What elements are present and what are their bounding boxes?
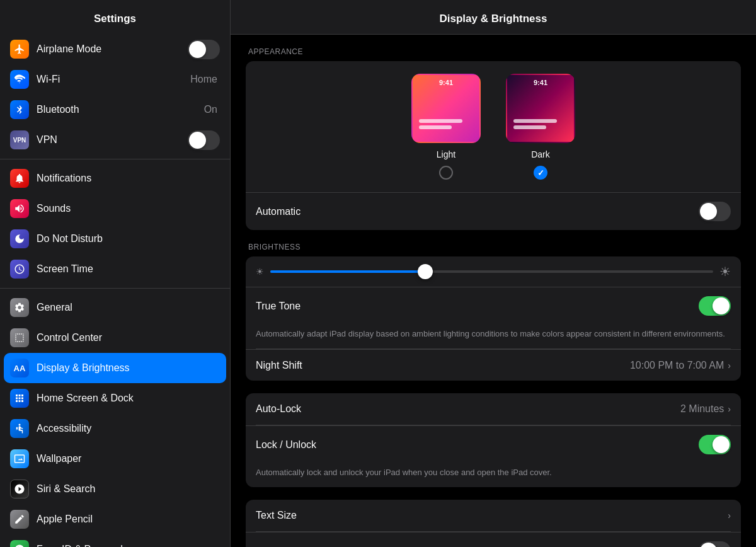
sidebar-item-sounds[interactable]: Sounds xyxy=(0,193,230,224)
face-id-icon xyxy=(10,540,29,547)
sidebar-list: Airplane Mode Wi-Fi Home Bluetooth On VP… xyxy=(0,34,230,547)
appearance-section-label: APPEARANCE xyxy=(246,47,741,56)
sidebar-item-apple-pencil[interactable]: Apple Pencil xyxy=(0,504,230,534)
wifi-icon xyxy=(10,70,29,89)
light-bars xyxy=(419,119,473,129)
night-shift-chevron: › xyxy=(728,360,731,371)
automatic-toggle[interactable] xyxy=(699,202,731,221)
night-shift-value: 10:00 PM to 7:00 AM xyxy=(630,360,724,371)
apple-pencil-label: Apple Pencil xyxy=(37,514,220,525)
sidebar-item-control-center[interactable]: Control Center xyxy=(0,323,230,353)
bluetooth-icon xyxy=(10,100,29,119)
night-shift-label: Night Shift xyxy=(256,360,630,371)
auto-lock-row[interactable]: Auto-Lock 2 Minutes › xyxy=(246,393,741,425)
dark-bars xyxy=(513,119,568,129)
airplane-mode-icon xyxy=(10,40,29,59)
dark-time: 9:41 xyxy=(507,79,574,86)
bold-text-toggle[interactable] xyxy=(699,541,731,547)
control-center-label: Control Center xyxy=(37,332,220,343)
light-preview: 9:41 xyxy=(411,74,481,143)
sounds-icon xyxy=(10,199,29,218)
preview-bar-1 xyxy=(419,119,462,123)
main-content: Display & Brightness APPEARANCE 9:41 Lig… xyxy=(231,0,756,547)
automatic-toggle-knob xyxy=(700,203,717,220)
separator-2 xyxy=(0,288,230,289)
sidebar: Settings Airplane Mode Wi-Fi Home Blueto… xyxy=(0,0,231,547)
general-label: General xyxy=(37,302,220,313)
vpn-icon: VPN xyxy=(10,130,29,149)
display-brightness-label: Display & Brightness xyxy=(37,362,220,374)
vpn-toggle[interactable] xyxy=(188,130,220,150)
wallpaper-icon xyxy=(10,449,29,468)
control-center-icon xyxy=(10,328,29,347)
true-tone-note: Automatically adapt iPad display based o… xyxy=(246,325,741,348)
brightness-high-icon: ☀ xyxy=(719,264,731,279)
do-not-disturb-label: Do Not Disturb xyxy=(37,233,220,245)
brightness-card: ☀ ☀ True Tone Automatically adapt iPad d… xyxy=(246,256,741,381)
sidebar-item-display-brightness[interactable]: AA Display & Brightness xyxy=(4,353,226,383)
lock-unlock-row: Lock / Unlock xyxy=(246,425,741,463)
vpn-toggle-knob xyxy=(189,132,206,149)
main-title: Display & Brightness xyxy=(231,0,756,35)
brightness-slider-fill xyxy=(270,270,425,273)
brightness-low-icon: ☀ xyxy=(256,267,264,277)
appearance-dark-option[interactable]: 9:41 Dark xyxy=(506,74,575,180)
preview-bar-3 xyxy=(513,119,557,123)
siri-icon xyxy=(10,480,29,498)
lock-unlock-toggle-knob xyxy=(713,436,730,453)
preview-bar-4 xyxy=(513,125,546,129)
face-id-label: Face ID & Passcode xyxy=(37,544,220,547)
sidebar-item-face-id[interactable]: Face ID & Passcode xyxy=(0,534,230,547)
sidebar-item-do-not-disturb[interactable]: Do Not Disturb xyxy=(0,224,230,254)
auto-lock-label: Auto-Lock xyxy=(256,403,680,415)
text-size-label: Text Size xyxy=(256,510,728,521)
notifications-label: Notifications xyxy=(37,173,220,184)
light-radio[interactable] xyxy=(439,166,453,180)
lock-unlock-note: Automatically lock and unlock your iPad … xyxy=(246,463,741,487)
airplane-mode-label: Airplane Mode xyxy=(37,43,188,55)
night-shift-row[interactable]: Night Shift 10:00 PM to 7:00 AM › xyxy=(246,349,741,381)
bluetooth-value: On xyxy=(204,104,217,115)
text-card: Text Size › Bold Text xyxy=(246,500,741,547)
do-not-disturb-icon xyxy=(10,229,29,248)
dark-radio[interactable] xyxy=(534,166,547,180)
appearance-light-option[interactable]: 9:41 Light xyxy=(411,74,481,180)
automatic-row: Automatic xyxy=(246,192,741,230)
sidebar-item-general[interactable]: General xyxy=(0,292,230,323)
sidebar-item-accessibility[interactable]: Accessibility xyxy=(0,413,230,444)
bold-text-toggle-knob xyxy=(700,543,717,547)
dark-preview: 9:41 xyxy=(506,74,575,143)
airplane-mode-toggle[interactable] xyxy=(188,40,220,59)
general-icon xyxy=(10,298,29,317)
light-label: Light xyxy=(437,149,455,159)
brightness-slider-track[interactable] xyxy=(270,270,713,273)
wifi-label: Wi-Fi xyxy=(37,74,190,85)
sidebar-item-wifi[interactable]: Wi-Fi Home xyxy=(0,64,230,95)
light-time: 9:41 xyxy=(413,79,479,86)
sidebar-item-screen-time[interactable]: Screen Time xyxy=(0,254,230,284)
lock-card: Auto-Lock 2 Minutes › Lock / Unlock Auto… xyxy=(246,393,741,487)
lock-unlock-toggle[interactable] xyxy=(699,435,731,454)
sidebar-item-vpn[interactable]: VPN VPN xyxy=(0,125,230,155)
text-size-row[interactable]: Text Size › xyxy=(246,500,741,531)
lock-unlock-label: Lock / Unlock xyxy=(256,439,699,451)
display-brightness-icon: AA xyxy=(10,359,29,377)
true-tone-toggle[interactable] xyxy=(699,296,731,316)
wallpaper-label: Wallpaper xyxy=(37,453,220,464)
sidebar-item-siri-search[interactable]: Siri & Search xyxy=(0,474,230,504)
sidebar-item-home-screen[interactable]: Home Screen & Dock xyxy=(0,383,230,413)
svg-point-0 xyxy=(19,424,21,426)
sidebar-item-notifications[interactable]: Notifications xyxy=(0,163,230,193)
dark-label: Dark xyxy=(531,149,550,159)
auto-lock-value: 2 Minutes xyxy=(680,403,724,415)
bold-text-row: Bold Text xyxy=(246,532,741,547)
sidebar-item-airplane-mode[interactable]: Airplane Mode xyxy=(0,34,230,64)
sidebar-item-bluetooth[interactable]: Bluetooth On xyxy=(0,95,230,125)
sidebar-item-wallpaper[interactable]: Wallpaper xyxy=(0,444,230,474)
sounds-label: Sounds xyxy=(37,203,220,214)
accessibility-label: Accessibility xyxy=(37,423,220,434)
bluetooth-label: Bluetooth xyxy=(37,104,204,115)
content-area: APPEARANCE 9:41 Light xyxy=(231,35,756,547)
text-size-chevron: › xyxy=(728,510,731,521)
brightness-slider-thumb[interactable] xyxy=(418,264,433,279)
